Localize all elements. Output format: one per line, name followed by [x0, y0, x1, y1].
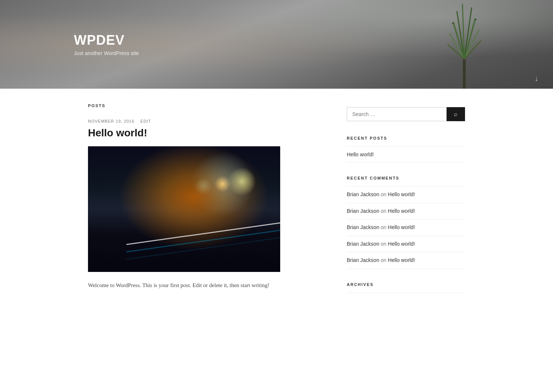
comment-on: on [381, 208, 388, 214]
post-date: NOVEMBER 19, 2016 [88, 119, 135, 123]
site-main: POSTS NOVEMBER 19, 2016 EDIT Hello world… [73, 89, 480, 328]
svg-rect-0 [463, 59, 466, 89]
list-item: Brian Jackson on Hello world! [347, 236, 465, 253]
recent-posts-list: Hello world! [347, 147, 465, 163]
posts-section-label: POSTS [88, 103, 325, 108]
recent-posts-widget: RECENT POSTS Hello world! [347, 136, 465, 163]
comment-post-link[interactable]: Hello world! [388, 208, 415, 214]
recent-comments-title: RECENT COMMENTS [347, 176, 465, 180]
post-meta: NOVEMBER 19, 2016 EDIT [88, 119, 325, 123]
comment-on: on [381, 257, 388, 263]
post-title[interactable]: Hello world! [88, 127, 325, 139]
sidebar: ⌕ RECENT POSTS Hello world! RECENT COMME… [347, 103, 465, 306]
search-widget: ⌕ [347, 107, 465, 121]
comment-post-link[interactable]: Hello world! [388, 241, 415, 247]
recent-comments-widget: RECENT COMMENTS Brian Jackson on Hello w… [347, 176, 465, 269]
scroll-down-icon[interactable]: ↓ [535, 74, 538, 83]
comment-author: Brian Jackson [347, 224, 379, 230]
post-excerpt: Welcome to WordPress. This is your first… [88, 281, 325, 290]
site-header: WPDEV Just another WordPress site ↓ [0, 0, 553, 89]
recent-post-link[interactable]: Hello world! [347, 151, 374, 157]
comment-author: Brian Jackson [347, 257, 379, 263]
list-item: Brian Jackson on Hello world! [347, 252, 465, 269]
site-tagline: Just another WordPress site [74, 50, 139, 56]
search-button[interactable]: ⌕ [447, 107, 465, 121]
comment-on: on [381, 224, 388, 230]
list-item: Brian Jackson on Hello world! [347, 219, 465, 236]
comment-author: Brian Jackson [347, 241, 379, 247]
comment-post-link[interactable]: Hello world! [388, 224, 415, 230]
site-title: WPDEV [74, 33, 139, 48]
post-thumbnail [88, 146, 280, 272]
list-item: Brian Jackson on Hello world! [347, 187, 465, 203]
comment-on: on [381, 241, 388, 247]
archives-divider [347, 293, 465, 293]
search-icon: ⌕ [454, 111, 458, 117]
post-edit-link[interactable]: EDIT [140, 119, 151, 123]
list-item: Brian Jackson on Hello world! [347, 203, 465, 220]
archives-title: ARCHIVES [347, 282, 465, 287]
archives-widget: ARCHIVES [347, 282, 465, 293]
comment-on: on [381, 191, 388, 197]
post-article: NOVEMBER 19, 2016 EDIT Hello world! Welc… [88, 119, 325, 290]
recent-posts-title: RECENT POSTS [347, 136, 465, 140]
recent-comments-list: Brian Jackson on Hello world! Brian Jack… [347, 187, 465, 269]
header-branding: WPDEV Just another WordPress site [0, 33, 139, 56]
comment-author: Brian Jackson [347, 208, 379, 214]
search-input[interactable] [347, 107, 447, 121]
plant-decoration [442, 0, 486, 89]
list-item: Hello world! [347, 147, 465, 163]
comment-post-link[interactable]: Hello world! [388, 191, 415, 197]
comment-post-link[interactable]: Hello world! [388, 257, 415, 263]
primary-content: POSTS NOVEMBER 19, 2016 EDIT Hello world… [88, 103, 325, 306]
comment-author: Brian Jackson [347, 191, 379, 197]
